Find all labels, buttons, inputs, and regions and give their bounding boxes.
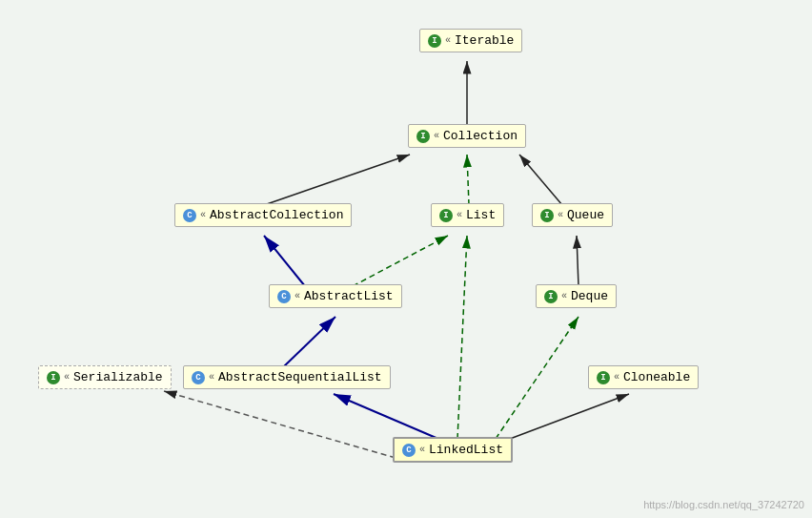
label-abstract-sequential-list: AbstractSequentialList xyxy=(218,370,382,384)
icon-queue: I xyxy=(540,209,554,222)
icon-linked-list: C xyxy=(402,444,416,457)
icon-list: I xyxy=(439,209,453,222)
node-collection: I « Collection xyxy=(408,124,526,148)
node-queue: I « Queue xyxy=(532,203,613,227)
svg-line-2 xyxy=(467,155,469,205)
svg-line-3 xyxy=(519,155,562,205)
svg-line-6 xyxy=(577,236,579,286)
svg-line-12 xyxy=(510,394,629,439)
icon-cloneable: I xyxy=(597,371,610,384)
watermark: https://blog.csdn.net/qq_37242720 xyxy=(643,499,804,510)
label-linked-list: LinkedList xyxy=(429,443,503,457)
icon-abstract-collection: C xyxy=(183,209,196,222)
node-linked-list: C « LinkedList xyxy=(393,437,513,463)
label-iterable: Iterable xyxy=(455,33,514,48)
node-list: I « List xyxy=(431,203,504,227)
node-abstract-sequential-list: C « AbstractSequentialList xyxy=(183,365,391,389)
node-cloneable: I « Cloneable xyxy=(588,365,699,389)
icon-abstract-sequential-list: C xyxy=(192,371,205,384)
node-abstract-collection: C « AbstractCollection xyxy=(174,203,352,227)
label-deque: Deque xyxy=(571,289,608,303)
svg-line-7 xyxy=(283,317,335,367)
node-abstract-list: C « AbstractList xyxy=(269,284,402,308)
svg-line-8 xyxy=(334,394,438,439)
label-collection: Collection xyxy=(443,129,518,143)
icon-collection: I xyxy=(416,130,430,143)
svg-line-5 xyxy=(353,236,448,286)
svg-line-1 xyxy=(264,155,410,205)
label-abstract-list: AbstractList xyxy=(304,289,394,303)
svg-line-11 xyxy=(164,391,396,458)
label-serializable: Serializable xyxy=(73,370,163,384)
label-cloneable: Cloneable xyxy=(623,370,690,384)
node-serializable: I « Serializable xyxy=(38,365,172,389)
diagram-container: I « Iterable I « Collection C « Abstract… xyxy=(0,0,812,518)
node-iterable: I « Iterable xyxy=(419,29,522,52)
icon-iterable: I xyxy=(428,34,441,48)
icon-deque: I xyxy=(544,290,558,303)
svg-line-10 xyxy=(496,317,579,439)
label-abstract-collection: AbstractCollection xyxy=(210,208,343,222)
icon-abstract-list: C xyxy=(277,290,291,303)
label-queue: Queue xyxy=(567,208,604,222)
icon-serializable: I xyxy=(47,371,60,384)
svg-line-4 xyxy=(264,236,305,286)
svg-line-9 xyxy=(457,236,467,439)
label-list: List xyxy=(466,208,496,222)
node-deque: I « Deque xyxy=(536,284,617,308)
